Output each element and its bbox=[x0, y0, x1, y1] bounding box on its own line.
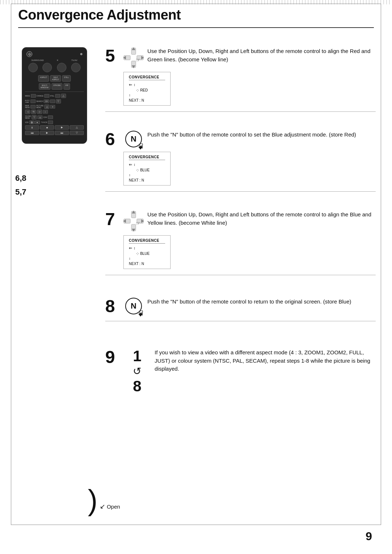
conv-title-6: CONVERGENCE bbox=[129, 155, 165, 160]
title-section: Convergence Adjustment bbox=[18, 7, 374, 28]
down-btn: ▽ bbox=[56, 99, 61, 103]
conv-next-5: NEXT : N bbox=[129, 98, 165, 102]
n-button-icon-6: N ☟ bbox=[125, 131, 142, 147]
self-aspect-btn: SELFASPECT bbox=[50, 75, 61, 82]
n-button-icon-8: N ☟ bbox=[125, 298, 142, 314]
step-9-text: If you wish to view a video with a diffe… bbox=[155, 349, 376, 373]
mode-label: MODE bbox=[25, 95, 30, 97]
conv-updown-6: ↕ bbox=[134, 163, 135, 167]
remote-control: ⏻ SURROUND ✕ TV/AV ASPECT SELFASPECT STI… bbox=[22, 47, 87, 144]
change-btn bbox=[44, 94, 49, 98]
conv-next-6: NEXT : N bbox=[129, 178, 165, 182]
page-title: Convergence Adjustment bbox=[18, 7, 374, 23]
conv-dots-7: ·:· bbox=[136, 252, 139, 256]
svg-text:☞: ☞ bbox=[136, 57, 140, 63]
vcr-rec-btn: ● bbox=[35, 121, 40, 124]
cdv-btn bbox=[48, 115, 53, 119]
conv-updown-7: ↕ bbox=[134, 246, 135, 250]
ffwd-btn: ⏭ bbox=[55, 131, 69, 135]
conv-color-6: ·:· BLUE bbox=[136, 168, 165, 172]
conv-color-label-6: BLUE bbox=[140, 168, 150, 172]
conv-title-7: CONVERGENCE bbox=[129, 239, 165, 244]
conv-updown2-7: ↕ bbox=[129, 257, 165, 260]
step-6: 6 N ☟ Push the "N" button of the remote … bbox=[105, 131, 376, 192]
n-cursor-6: ☟ bbox=[139, 142, 143, 150]
page-number: 9 bbox=[366, 530, 372, 543]
picturemenu-label: PICTUREMENU bbox=[36, 105, 44, 109]
stop-btn: ■ bbox=[40, 125, 54, 130]
search-label: SEARCH bbox=[36, 101, 43, 102]
multiwindow-row: MULTIWINDOW STROBE PIP bbox=[25, 83, 84, 90]
convergence-box-7: CONVERGENCE ⇐ ↕ ·:· BLUE ↕ NEXT : N bbox=[123, 235, 171, 269]
step-8-number: 8 bbox=[105, 298, 120, 315]
conv-dots-5: ·:· bbox=[136, 88, 139, 92]
convergence-box-6: CONVERGENCE ⇐ ↕ ·:· BLUE ↕ NEXT : N bbox=[123, 152, 171, 186]
settings-btn: ⊙ bbox=[37, 115, 42, 119]
tvvcr-label: TV/VCR bbox=[41, 122, 48, 123]
top-texture bbox=[0, 0, 392, 4]
arrow-cluster-icon-7: ☞ bbox=[123, 211, 144, 232]
btn-round-4 bbox=[71, 63, 81, 72]
btn-round-3 bbox=[57, 63, 66, 72]
step-6-icon: N ☟ bbox=[123, 131, 144, 147]
step-9-num8: 8 bbox=[133, 379, 141, 394]
conv-left-arrow-5: ⇐ bbox=[129, 82, 132, 87]
up2-btn: △ bbox=[70, 125, 84, 130]
conv-arrows-7: ⇐ ↕ bbox=[129, 246, 165, 250]
conv-updown-5: ↕ bbox=[134, 83, 135, 87]
divider-1 bbox=[25, 91, 84, 92]
step-7-number: 7 bbox=[105, 211, 120, 228]
conv-title-5: CONVERGENCE bbox=[129, 75, 165, 80]
pip-btn: PIP bbox=[64, 83, 70, 90]
still2-label: STILL bbox=[50, 95, 54, 97]
conv-color-label-7: BLUE bbox=[140, 252, 150, 256]
step-5-content: 5 ☞ Use the Position Up, Down, Right and… bbox=[105, 47, 376, 68]
audioswap-btn bbox=[30, 99, 36, 103]
conv-arrows-6: ⇐ ↕ bbox=[129, 162, 165, 167]
conv-left-arrow-7: ⇐ bbox=[129, 246, 132, 250]
n-cursor-8: ☟ bbox=[139, 309, 143, 317]
play2-btn: ▶ bbox=[40, 131, 54, 135]
conv-arrows-5: ⇐ ↕ bbox=[129, 82, 165, 87]
mode-btn bbox=[31, 94, 36, 98]
step-5-icon: ☞ bbox=[123, 47, 144, 68]
surround-label: SURROUND bbox=[32, 59, 44, 61]
still-btn: STILL bbox=[62, 75, 70, 82]
bracket: ) bbox=[88, 486, 98, 515]
step-7-content: 7 ☞ Use the Position Up, Down, Right and… bbox=[105, 211, 376, 232]
ir-indicator bbox=[80, 53, 82, 55]
step-9-circular-arrow: ↺ bbox=[133, 365, 141, 377]
mainmenu-label: MAINMENU bbox=[25, 105, 30, 109]
conv-left-arrow-6: ⇐ bbox=[129, 162, 132, 167]
step-5: 5 ☞ Use the Position Up, Down, Right and… bbox=[105, 47, 376, 112]
minus-btn: − bbox=[43, 110, 48, 114]
conv-next-7: NEXT : N bbox=[129, 262, 165, 266]
step-9-number: 9 bbox=[105, 349, 120, 366]
step-8: 8 N ☟ Push the "N" button of the remote … bbox=[105, 298, 376, 321]
step-8-content: 8 N ☟ Push the "N" button of the remote … bbox=[105, 298, 376, 315]
right-btn: ▷ bbox=[37, 110, 42, 114]
arrow-cluster-icon-5: ☞ bbox=[123, 47, 144, 68]
cdv-label: CD/V bbox=[43, 117, 47, 118]
step-5-number: 5 bbox=[105, 47, 120, 65]
x-label: ✕ bbox=[57, 59, 58, 61]
conv-color-7: ·:· BLUE bbox=[136, 252, 165, 256]
conv-updown2-5: ↕ bbox=[129, 93, 165, 97]
soundmenu-label: SOUNDMENU bbox=[25, 115, 31, 119]
step-6-number: 6 bbox=[105, 131, 120, 148]
transport-row-2: ⏮ ▶ ⏭ ▽ bbox=[25, 131, 84, 135]
conv-updown2-6: ↕ bbox=[129, 173, 165, 177]
aspect-btn: ASPECT bbox=[38, 75, 49, 82]
step-9-content: 9 1 ↺ 8 If you wish to view a video with… bbox=[105, 349, 376, 394]
conv-color-label-5: RED bbox=[140, 88, 148, 92]
power-button: ⏻ bbox=[26, 51, 32, 57]
multi-window-btn: MULTIWINDOW bbox=[39, 83, 50, 90]
remote-body: ⏻ SURROUND ✕ TV/AV ASPECT SELFASPECT STI… bbox=[22, 47, 87, 144]
tvav-label: TV/AV bbox=[71, 59, 77, 61]
still2-btn bbox=[55, 94, 60, 98]
step-9-num1: 1 bbox=[133, 349, 141, 364]
side-label-57: 5,7 bbox=[15, 187, 26, 197]
plus-btn: + bbox=[50, 105, 55, 109]
open-text-label: Open bbox=[107, 504, 120, 510]
vcr-pwr-btn: ⏻ bbox=[29, 121, 34, 124]
